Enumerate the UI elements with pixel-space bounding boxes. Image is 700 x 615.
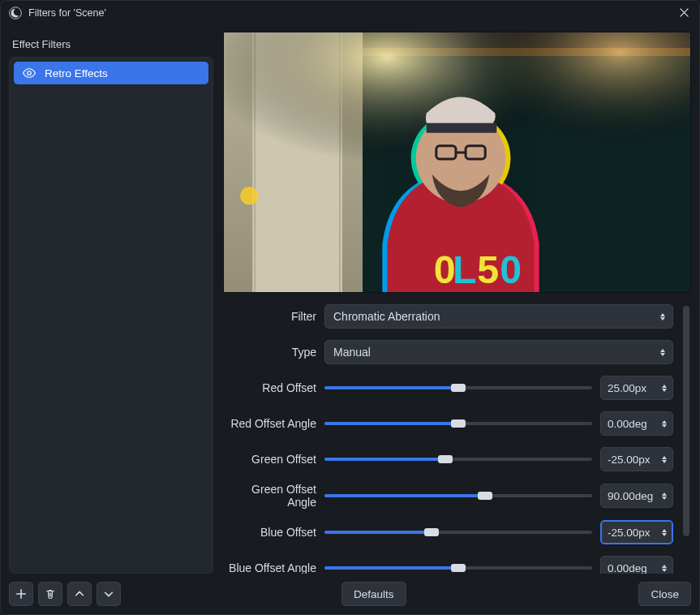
slider-label: Red Offset Angle xyxy=(223,417,316,430)
filter-item-retro-effects[interactable]: Retro Effects xyxy=(14,62,208,84)
window-close-button[interactable] xyxy=(673,2,694,24)
spinbox-value: -25.00px xyxy=(608,527,651,539)
filters-window: Filters for 'Scene' Effect Filters Retro… xyxy=(0,0,700,615)
spinbox-value: -25.00px xyxy=(608,454,651,466)
eye-icon[interactable] xyxy=(22,66,37,80)
params-scroll-area: Filter Chromatic Aberration Type Manual xyxy=(223,304,691,574)
obs-icon xyxy=(9,6,22,19)
slider[interactable] xyxy=(324,525,592,540)
updown-icon[interactable] xyxy=(659,559,669,574)
spinbox[interactable]: -25.00px xyxy=(600,447,673,471)
preview-frame: 0 L 5 0 xyxy=(223,32,691,293)
slider-row: Red Offset25.00px xyxy=(223,376,673,400)
sidebar-section-label: Effect Filters xyxy=(9,30,213,57)
slider-label: Red Offset xyxy=(223,381,316,394)
updown-icon[interactable] xyxy=(659,487,669,505)
slider[interactable] xyxy=(324,452,592,467)
slider-label: Green Offset Angle xyxy=(223,483,316,509)
bottom-toolbar: Defaults Close xyxy=(1,574,699,614)
filter-label: Filter xyxy=(223,310,316,323)
svg-rect-13 xyxy=(427,123,497,133)
content-area: Effect Filters Retro Effects xyxy=(1,25,699,574)
slider-row: Red Offset Angle0.00deg xyxy=(223,411,673,436)
svg-text:0: 0 xyxy=(500,247,522,291)
move-down-button[interactable] xyxy=(97,582,121,606)
filter-select[interactable]: Chromatic Aberration xyxy=(324,304,673,329)
slider-thumb[interactable] xyxy=(424,528,439,536)
spinbox-value: 0.00deg xyxy=(608,418,647,430)
slider-row: Green Offset Angle90.00deg xyxy=(223,483,673,509)
filter-item-label: Retro Effects xyxy=(45,67,108,80)
add-filter-button[interactable] xyxy=(9,582,33,606)
type-select-row: Type Manual xyxy=(223,340,673,364)
slider-thumb[interactable] xyxy=(438,455,453,463)
filter-select-value: Chromatic Aberration xyxy=(333,310,440,323)
scrollbar-thumb[interactable] xyxy=(683,306,689,536)
type-label: Type xyxy=(223,346,316,359)
slider-thumb[interactable] xyxy=(451,419,466,428)
params-form: Filter Chromatic Aberration Type Manual xyxy=(223,304,681,574)
defaults-button[interactable]: Defaults xyxy=(341,582,406,606)
updown-icon[interactable] xyxy=(659,450,669,468)
slider-thumb[interactable] xyxy=(478,492,492,500)
slider[interactable] xyxy=(324,561,592,574)
slider-label: Blue Offset xyxy=(223,526,316,539)
params-scrollbar[interactable] xyxy=(681,304,691,574)
updown-icon xyxy=(658,343,668,361)
updown-icon[interactable] xyxy=(659,523,669,541)
updown-icon[interactable] xyxy=(659,415,669,432)
slider-row: Green Offset-25.00px xyxy=(223,447,673,471)
slider[interactable] xyxy=(324,488,592,503)
slider-row: Blue Offset-25.00px xyxy=(223,520,673,544)
updown-icon[interactable] xyxy=(659,379,669,397)
slider-thumb[interactable] xyxy=(451,564,466,572)
slider-label: Blue Offset Angle xyxy=(223,561,316,574)
spinbox[interactable]: 25.00px xyxy=(600,376,673,400)
svg-text:5: 5 xyxy=(477,247,499,291)
spinbox[interactable]: 0.00deg xyxy=(600,556,673,574)
close-button-label: Close xyxy=(651,588,679,600)
filter-select-row: Filter Chromatic Aberration xyxy=(223,304,673,329)
slider-row: Blue Offset Angle0.00deg xyxy=(223,556,673,574)
spinbox[interactable]: 0.00deg xyxy=(600,411,673,436)
close-button[interactable]: Close xyxy=(638,582,691,606)
spinbox-value: 90.00deg xyxy=(608,490,653,502)
defaults-button-label: Defaults xyxy=(354,588,394,600)
sidebar: Effect Filters Retro Effects xyxy=(9,30,213,574)
slider-thumb[interactable] xyxy=(451,384,466,392)
window-title: Filters for 'Scene' xyxy=(28,7,673,19)
svg-point-1 xyxy=(28,71,32,75)
titlebar: Filters for 'Scene' xyxy=(1,1,699,25)
move-up-button[interactable] xyxy=(67,582,92,606)
filters-list[interactable]: Retro Effects xyxy=(9,57,213,574)
updown-icon xyxy=(658,308,668,325)
right-panel: 0 L 5 0 Filter Chromatic Aberration xyxy=(223,30,691,574)
spinbox-value: 0.00deg xyxy=(608,562,647,574)
type-select-value: Manual xyxy=(333,346,371,359)
delete-filter-button[interactable] xyxy=(38,582,62,606)
slider-label: Green Offset xyxy=(223,453,316,466)
type-select[interactable]: Manual xyxy=(324,340,673,364)
spinbox[interactable]: -25.00px xyxy=(600,520,673,544)
slider[interactable] xyxy=(324,381,592,395)
spinbox-value: 25.00px xyxy=(608,382,646,394)
spinbox[interactable]: 90.00deg xyxy=(600,484,673,508)
slider[interactable] xyxy=(324,416,592,431)
svg-rect-21 xyxy=(240,187,258,204)
svg-text:L: L xyxy=(453,247,477,291)
